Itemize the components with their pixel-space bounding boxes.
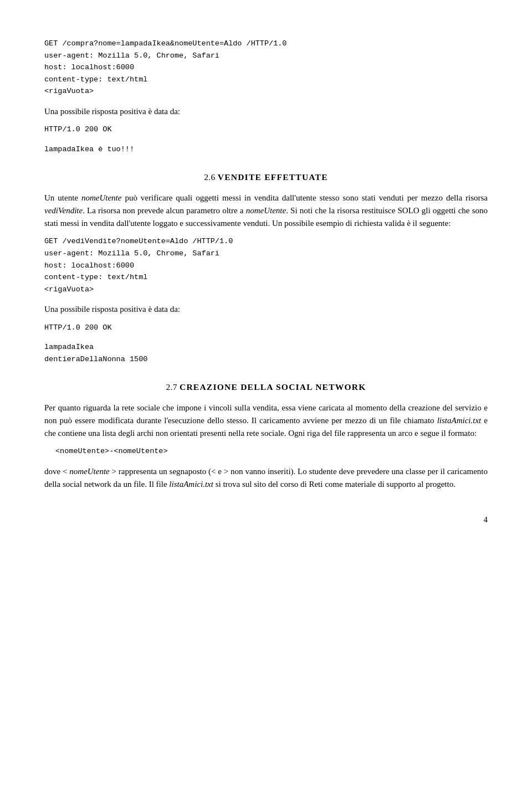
code-line-rv-2: <rigaVuota> bbox=[44, 284, 488, 296]
code-line-host-2: host: localhost:6000 bbox=[44, 260, 488, 272]
section-2-7-title: Creazione della social network bbox=[180, 382, 366, 392]
positive-response-label-1: Una possibile risposta positiva è data d… bbox=[44, 105, 488, 118]
section-2-6-heading: 2.6 Vendite effettuate bbox=[44, 171, 488, 183]
response-code-block-1: HTTP/1.0 200 OK bbox=[44, 124, 488, 136]
top-code-section: GET /compra?nome=lampadaIkea&nomeUtente=… bbox=[44, 38, 488, 155]
nome-utente-italic-3: nomeUtente bbox=[69, 467, 109, 476]
response-item-lampada: lampadaIkea bbox=[44, 341, 488, 353]
format-example-text: <nomeUtente>-<nomeUtente> bbox=[55, 445, 488, 458]
nome-utente-italic-1: nomeUtente bbox=[81, 193, 121, 202]
section-2-7-paragraph-2: dove < nomeUtente > rappresenta un segna… bbox=[44, 465, 488, 491]
section-2-6-paragraph-1: Un utente nomeUtente può verificare qual… bbox=[44, 192, 488, 230]
nome-utente-italic-2: nomeUtente bbox=[246, 206, 286, 215]
code-line-3: host: localhost:6000 bbox=[44, 61, 488, 74]
response-body-2: lampadaIkea dentieraDellaNonna 1500 bbox=[44, 341, 488, 365]
response-item-1: lampadaIkea è tuo!!! bbox=[44, 143, 488, 156]
lista-amici-italic-2: listaAmi​ci.txt bbox=[169, 480, 213, 489]
http-status-1: HTTP/1.0 200 OK bbox=[44, 124, 488, 136]
code-line-2: user-agent: Mozilla 5.0, Chrome, Safari bbox=[44, 50, 488, 62]
section-2-6-number: 2.6 bbox=[204, 172, 218, 182]
code-line-ua-2: user-agent: Mozilla 5.0, Chrome, Safari bbox=[44, 248, 488, 260]
vedi-vendite-italic: vediVendite bbox=[44, 206, 83, 215]
section-2-6-code-block: GET /vediVendite?nomeUtente=Aldo /HTTP/1… bbox=[44, 235, 488, 295]
section-2-6-title: Vendite effettuate bbox=[218, 172, 328, 182]
response-code-block-2: HTTP/1.0 200 OK bbox=[44, 322, 488, 334]
lista-amici-italic: listaAmici.txt bbox=[437, 416, 482, 425]
section-2-7-paragraph-1: Per quanto riguarda la rete sociale che … bbox=[44, 402, 488, 440]
page-number-value: 4 bbox=[484, 515, 488, 524]
response-item-dentiera: dentieraDellaNonna 1500 bbox=[44, 353, 488, 366]
code-line-5: <rigaVuota> bbox=[44, 85, 488, 97]
code-line-4: content-type: text/html bbox=[44, 74, 488, 86]
code-line-get-2: GET /vediVendite?nomeUtente=Aldo /HTTP/1… bbox=[44, 235, 488, 248]
code-line-ct-2: content-type: text/html bbox=[44, 271, 488, 284]
positive-response-label-2: Una possibile risposta positiva è data d… bbox=[44, 303, 488, 316]
section-2-6: 2.6 Vendite effettuate Un utente nomeUte… bbox=[44, 171, 488, 365]
section-2-7-number: 2.7 bbox=[166, 382, 180, 392]
section-2-7-heading: 2.7 Creazione della social network bbox=[44, 381, 488, 393]
http-status-2: HTTP/1.0 200 OK bbox=[44, 322, 488, 334]
format-example: <nomeUtente>-<nomeUtente> bbox=[55, 445, 488, 458]
top-code-block: GET /compra?nome=lampadaIkea&nomeUtente=… bbox=[44, 38, 488, 97]
code-line-1: GET /compra?nome=lampadaIkea&nomeUtente=… bbox=[44, 38, 488, 50]
response-body-1: lampadaIkea è tuo!!! bbox=[44, 143, 488, 156]
page-number: 4 bbox=[44, 513, 488, 526]
section-2-7: 2.7 Creazione della social network Per q… bbox=[44, 381, 488, 491]
